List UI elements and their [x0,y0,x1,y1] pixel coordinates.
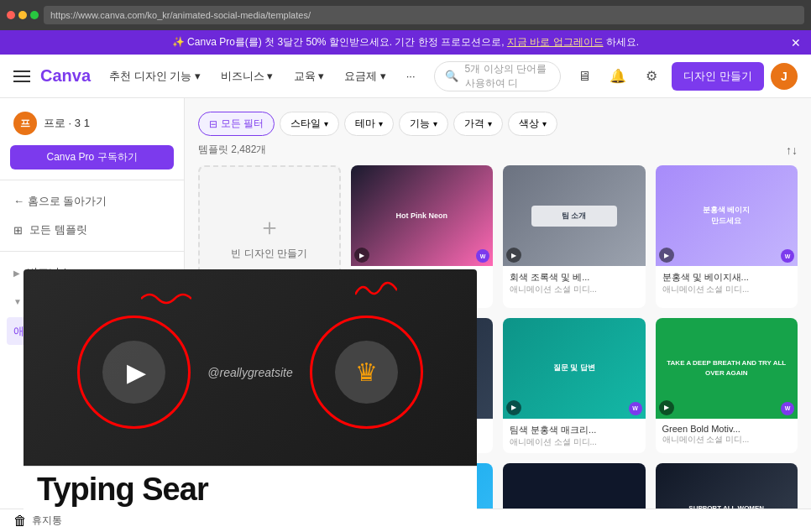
filter-icon: ⊟ [209,118,217,130]
canva-logo[interactable]: Canva [40,66,91,86]
typing-big-text: Typing Sear [37,472,208,508]
create-label: 빈 디자인 만들기 [231,247,307,261]
sidebar-user-name: 프로 · 3 1 [44,116,90,131]
search-placeholder: 5개 이상의 단어를 사용하여 디 [465,62,551,91]
site-label: @reallygreatsite [207,366,292,379]
filter-bar: ⊟ 모든 필터 스타일 ▾ 테마 ▾ 기능 ▾ 가격 ▾ 색상 ▾ [198,112,798,136]
annotation-squiggle-1 [141,286,166,303]
filter-theme-button[interactable]: 테마 ▾ [344,112,394,136]
big-preview-overlay: ▶ @reallygreatsite ♛ [24,269,477,475]
sidebar-divider [0,180,184,180]
template-card[interactable]: 팀 소개 ▶ 회색 조록색 및 베... 애니메이션 소셜 미디... [503,165,646,308]
promo-close-button[interactable]: ✕ [791,36,801,50]
crown-icon: ♛ [355,357,378,387]
template-count: 템플릿 2,482개 [198,143,266,157]
recycle-label: 휴지통 [32,514,62,528]
minimize-dot[interactable] [18,11,27,19]
play-button[interactable]: ▶ [102,341,165,404]
template-title: 분홍색 및 베이지새... [662,271,792,284]
canva-header: Canva 추천 디자인 기능 ▾ 비즈니스 ▾ 교육 ▾ 요금제 ▾ ··· … [0,55,811,98]
template-card[interactable]: 질문 및 답변 ▶ W 팀색 분홍색 매크리... 애니메이션 소셜 미디... [503,318,646,453]
chevron-down-icon: ▾ [433,119,437,128]
filter-all-button[interactable]: ⊟ 모든 필터 [198,112,275,136]
header-icons: 🖥 🔔 ⚙ 디자인 만들기 J [571,62,798,91]
chevron-right-icon: ▼ [13,297,22,306]
address-bar[interactable]: https://www.canva.com/ko_kr/animated-soc… [44,6,804,24]
filter-feature-button[interactable]: 기능 ▾ [399,112,448,136]
footer-bar: 🗑 휴지통 [0,509,811,532]
nav-pricing[interactable]: 요금제 ▾ [336,64,395,89]
chevron-down-icon: ▾ [324,119,328,128]
filter-style-button[interactable]: 스타일 ▾ [280,112,339,136]
annotation-squiggle-2 [355,278,380,295]
play-icon: ▶ [127,357,146,387]
header-search[interactable]: 🔍 5개 이상의 단어를 사용하여 디 [434,61,562,91]
maximize-dot[interactable] [30,11,39,19]
template-title: Green Bold Motiv... [662,424,792,434]
template-title: 회색 조록색 및 베... [510,271,639,284]
hamburger-menu-button[interactable] [13,70,30,82]
main-nav: 추천 디자인 기능 ▾ 비즈니스 ▾ 교육 ▾ 요금제 ▾ ··· [101,64,424,89]
chevron-down-icon: ▾ [488,119,492,128]
template-subtitle: 애니메이션 소셜 미디... [662,284,792,295]
overlay-buttons-row: ▶ @reallygreatsite ♛ [102,341,397,404]
sidebar-avatar: 프 [13,112,37,135]
count-row: 템플릿 2,482개 ↑↓ [198,143,798,157]
template-subtitle: 애니메이션 소셜 미디... [662,434,792,446]
avatar[interactable]: J [771,63,798,90]
template-subtitle: 애니메이션 소셜 미디... [510,284,639,295]
sidebar-back-link[interactable]: ← 홈으로 돌아가기 [0,187,184,216]
recycle-icon: 🗑 [13,514,27,529]
nav-education[interactable]: 교육 ▾ [285,64,333,89]
crown-button-section: ♛ [335,341,398,404]
template-subtitle: 애니메이션 소셜 미디... [510,436,639,448]
crown-button[interactable]: ♛ [335,341,398,404]
chevron-right-icon: ▶ [13,269,20,278]
settings-icon[interactable]: ⚙ [638,63,665,90]
nav-more[interactable]: ··· [398,64,424,89]
promo-banner: ✨ Canva Pro를(를) 첫 3달간 50% 할인받으세요. 기간 한정 … [0,30,811,55]
monitor-icon[interactable]: 🖥 [571,63,598,90]
plus-icon: ＋ [258,211,281,243]
filter-color-button[interactable]: 색상 ▾ [508,112,557,136]
sort-button[interactable]: ↑↓ [786,143,798,157]
close-dot[interactable] [7,11,15,19]
typing-text-preview: Typing Sear [24,466,477,512]
sidebar-all-templates[interactable]: ⊞ 모든 템플릿 [0,216,184,244]
sidebar-divider-2 [0,251,184,252]
chevron-down-icon: ▾ [379,119,383,128]
nav-business[interactable]: 비즈니스 ▾ [212,64,282,89]
sidebar-user: 프 프로 · 3 1 [0,105,184,142]
create-design-button[interactable]: 디자인 만들기 [672,62,764,91]
bell-icon[interactable]: 🔔 [604,63,631,90]
template-title: 팀색 분홍색 매크리... [510,424,639,436]
template-card[interactable]: 분홍색 베이지만드세요 ▶ W 분홍색 및 베이지새... 애니메이션 소셜 미… [656,165,798,308]
play-button-section: ▶ [102,341,165,404]
promo-upgrade-link[interactable]: 지금 바로 업그레이드 [507,36,604,48]
grid-icon: ⊞ [13,224,23,237]
promo-text: ✨ Canva Pro를(를) 첫 3달간 50% 할인받으세요. 기간 한정 … [172,35,639,50]
browser-dots [7,11,39,19]
browser-chrome: https://www.canva.com/ko_kr/animated-soc… [0,0,811,30]
filter-price-button[interactable]: 가격 ▾ [453,112,503,136]
sidebar-pro-button[interactable]: Canva Pro 구독하기 [10,145,174,170]
template-card[interactable]: TAKE A DEEP BREATH AND TRY ALL OVER AGAI… [656,318,798,453]
nav-featured[interactable]: 추천 디자인 기능 ▾ [101,64,209,89]
search-icon: 🔍 [445,70,458,82]
chevron-down-icon: ▾ [542,119,547,128]
